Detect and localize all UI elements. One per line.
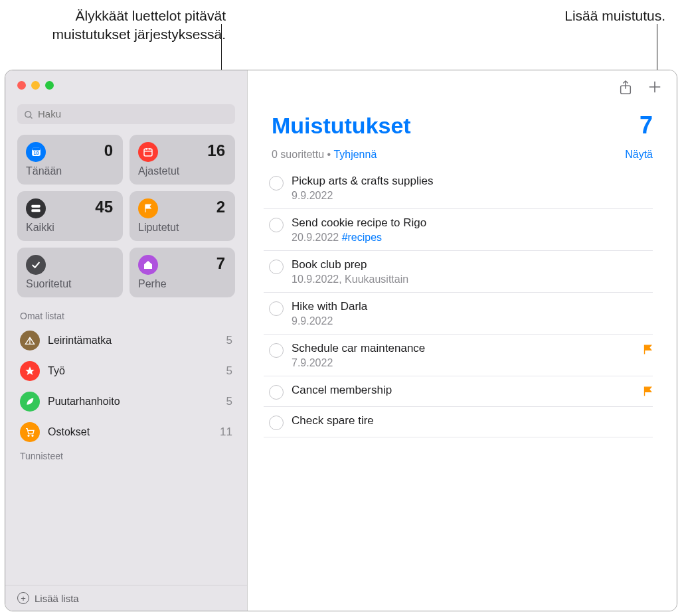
list-name: Työ [48,365,226,377]
add-reminder-button[interactable] [647,80,662,96]
smart-label: Tänään [26,165,114,177]
smart-tile-scheduled[interactable]: 16 Ajastetut [129,135,235,185]
reminder-title: Book club prep [292,258,653,271]
svg-point-12 [28,435,29,436]
my-lists: Leirintämatka 5 Työ 5 Puutarhanhoito 5 O… [5,325,247,445]
smart-count: 0 [104,141,113,160]
smart-tile-family[interactable]: 7 Perhe [129,248,235,297]
reminder-row[interactable]: Book club prep 10.9.2022, Kuukausittain [264,251,653,293]
smart-count: 45 [95,198,113,216]
svg-rect-3 [32,148,41,151]
reminder-list: Pickup arts & crafts supplies 9.9.2022 S… [248,165,677,437]
share-button[interactable] [618,80,633,96]
today-icon: 18 [26,142,46,162]
reminder-title: Hike with Darla [292,300,653,313]
star-icon [20,361,40,381]
close-window-button[interactable] [17,81,26,90]
callout-smart-lists: Älykkäät luettelot pitävät muistutukset … [0,7,226,44]
list-count: 5 [226,364,232,378]
add-list-label: Lisää lista [35,593,79,604]
clear-completed-link[interactable]: Tyhjennä [333,149,377,160]
complete-checkbox[interactable] [269,301,284,316]
reminder-row[interactable]: Pickup arts & crafts supplies 9.9.2022 [264,167,653,209]
svg-point-0 [25,111,31,117]
list-count: 5 [226,334,232,347]
list-count: 11 [220,425,232,439]
completed-status: 0 suoritettu • Tyhjennä [272,149,377,161]
list-name: Ostokset [48,426,220,438]
reminder-row[interactable]: Check spare tire [264,407,653,437]
tent-icon [20,331,40,350]
smart-count: 7 [216,254,225,273]
smart-tile-completed[interactable]: Suoritetut [17,248,123,297]
reminder-title: Send cookie recipe to Rigo [292,216,653,230]
reminder-title: Check spare tire [292,414,653,427]
smart-label: Perhe [138,278,226,290]
svg-rect-10 [31,209,40,212]
section-header-mylists: Omat listat [5,304,247,325]
plus-circle-icon: + [17,592,29,604]
list-row-star[interactable]: Työ 5 [12,356,240,386]
complete-checkbox[interactable] [269,260,284,274]
section-header-tags: Tunnisteet [5,444,247,465]
reminder-title: Cancel membership [292,384,653,397]
svg-rect-5 [144,149,152,156]
smart-label: Ajastetut [138,165,226,177]
complete-checkbox[interactable] [269,176,284,191]
reminder-tag[interactable]: #recipes [342,232,382,243]
list-title: Muistutukset [272,113,411,139]
search-field[interactable] [17,104,235,124]
smart-count: 2 [216,198,225,216]
list-row-cart[interactable]: Ostokset 11 [12,417,240,445]
reminder-title: Pickup arts & crafts supplies [292,175,653,188]
cart-icon [20,422,40,442]
reminder-meta: 9.9.2022 [292,190,653,202]
reminder-meta: 10.9.2022, Kuukausittain [292,273,653,285]
add-list-button[interactable]: + Lisää lista [5,585,247,611]
leaf-icon [20,392,40,412]
reminder-title: Schedule car maintenance [292,342,653,355]
complete-checkbox[interactable] [269,343,284,358]
toolbar [248,70,677,96]
show-completed-link[interactable]: Näytä [625,149,653,161]
svg-line-1 [30,116,32,118]
smart-lists-grid: 18 0 Tänään 16 Ajastetut 45 Kaikki 2 Lip… [5,129,247,304]
reminder-row[interactable]: Schedule car maintenance 7.9.2022 [264,335,653,376]
smart-tile-flagged[interactable]: 2 Liputetut [129,191,235,241]
family-icon [138,255,158,275]
complete-checkbox[interactable] [269,416,284,430]
svg-marker-11 [25,366,34,375]
app-window: 18 0 Tänään 16 Ajastetut 45 Kaikki 2 Lip… [5,70,677,611]
list-name: Puutarhanhoito [48,396,226,408]
list-name: Leirintämatka [48,335,226,346]
search-input[interactable] [38,108,228,119]
smart-label: Liputetut [138,222,226,234]
flag-icon [643,343,653,356]
scheduled-icon [138,142,158,162]
reminder-meta: 20.9.2022 #recipes [292,232,653,244]
reminder-row[interactable]: Hike with Darla 9.9.2022 [264,293,653,335]
list-count: 5 [226,395,232,408]
smart-tile-all[interactable]: 45 Kaikki [17,191,123,241]
svg-point-13 [32,435,33,436]
smart-tile-today[interactable]: 18 0 Tänään [17,135,123,185]
reminder-row[interactable]: Send cookie recipe to Rigo 20.9.2022 #re… [264,209,653,251]
fullscreen-window-button[interactable] [45,81,54,90]
complete-checkbox[interactable] [269,385,284,400]
minimize-window-button[interactable] [31,81,40,90]
svg-rect-9 [31,204,40,207]
complete-checkbox[interactable] [269,218,284,232]
search-icon [24,108,34,120]
callout-add-reminder: Lisää muistutus. [533,7,665,44]
sidebar: 18 0 Tänään 16 Ajastetut 45 Kaikki 2 Lip… [5,70,248,611]
list-row-tent[interactable]: Leirintämatka 5 [12,325,240,356]
reminder-meta: 9.9.2022 [292,315,653,327]
reminder-meta: 7.9.2022 [292,357,653,369]
main-content: Muistutukset 7 0 suoritettu • Tyhjennä N… [248,70,677,611]
smart-label: Kaikki [26,222,114,234]
smart-label: Suoritetut [26,278,114,290]
list-row-leaf[interactable]: Puutarhanhoito 5 [12,386,240,417]
all-icon [26,198,46,218]
reminder-row[interactable]: Cancel membership [264,376,653,407]
window-controls [5,70,247,90]
